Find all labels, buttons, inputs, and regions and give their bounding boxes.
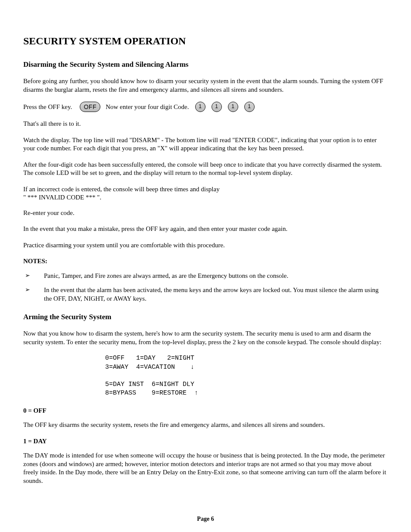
mode-label-day: 1 = DAY (23, 437, 388, 446)
paragraph: The DAY mode is intended for use when so… (23, 451, 388, 485)
digit-key-icon: 1 (244, 102, 255, 112)
press-off-text: Press the OFF key. (23, 103, 72, 112)
notes-heading: NOTES: (23, 257, 388, 266)
paragraph: In the event that you make a mistake, pr… (23, 225, 388, 233)
console-display-block: 0=OFF 1=DAY 2=NIGHT 3=AWAY 4=VACATION ↓ … (105, 354, 388, 398)
page-number: Page 6 (23, 515, 388, 523)
page-title: SECURITY SYSTEM OPERATION (23, 34, 388, 48)
paragraph: Now that you know how to disarm the syst… (23, 330, 388, 346)
digit-key-icon: 1 (228, 102, 238, 112)
section-heading-disarming: Disarming the Security System and Silenc… (23, 60, 388, 69)
text-line: If an incorrect code is entered, the con… (23, 186, 220, 193)
note-item: Panic, Tamper, and Fire zones are always… (34, 272, 388, 280)
paragraph: Before going any further, you should kno… (23, 77, 388, 94)
paragraph: The OFF key disarms the security system,… (23, 421, 388, 429)
paragraph: That's all there is to it. (23, 120, 388, 128)
text-line: " *** INVALID CODE *** ". (23, 194, 101, 201)
paragraph: If an incorrect code is entered, the con… (23, 185, 388, 202)
digit-key-icon: 1 (212, 102, 222, 112)
paragraph: Practice disarming your system until you… (23, 241, 388, 250)
paragraph: After the four-digit code has been succe… (23, 161, 388, 177)
notes-list: Panic, Tamper, and Fire zones are always… (23, 272, 388, 303)
note-item: In the event that the alarm has been act… (34, 286, 388, 303)
paragraph: Re-enter your code. (23, 209, 388, 218)
key-instruction-row: Press the OFF key. OFF Now enter your fo… (23, 102, 388, 112)
section-heading-arming: Arming the Security System (23, 312, 388, 322)
mode-label-off: 0 = OFF (23, 407, 388, 415)
digit-key-icon: 1 (195, 102, 206, 112)
paragraph: Watch the display. The top line will rea… (23, 136, 388, 153)
enter-code-text: Now enter your four digit Code. (106, 103, 189, 112)
off-key-icon: OFF (80, 102, 100, 112)
